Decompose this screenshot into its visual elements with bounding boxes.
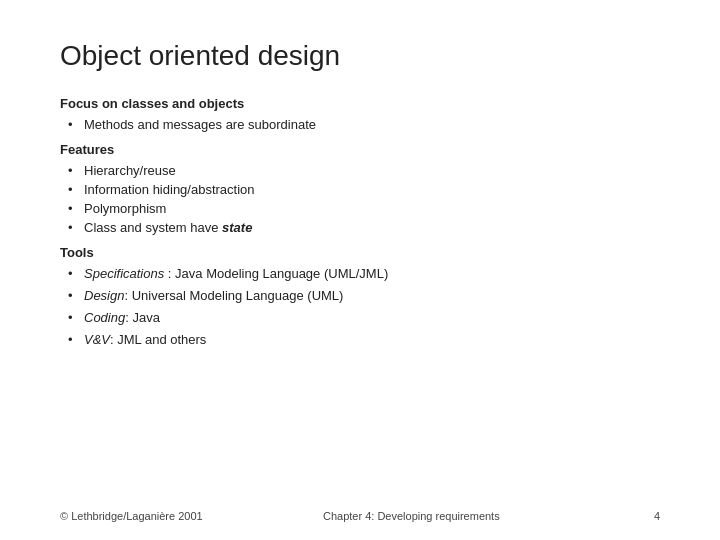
features-bullet-list: Hierarchy/reuse Information hiding/abstr… — [60, 161, 660, 237]
list-item: Polymorphism — [60, 199, 660, 218]
footer-left: © Lethbridge/Laganière 2001 — [60, 510, 203, 522]
section-tools: Tools Specifications : Java Modeling Lan… — [60, 245, 660, 349]
footer-center: Chapter 4: Developing requirements — [203, 510, 620, 522]
list-item: Design: Universal Modeling Language (UML… — [60, 286, 660, 305]
coding-text: Coding — [84, 310, 125, 325]
section-label-features: Features — [60, 142, 660, 157]
slide: Object oriented design Focus on classes … — [0, 0, 720, 540]
section-label-tools: Tools — [60, 245, 660, 260]
list-item: Hierarchy/reuse — [60, 161, 660, 180]
tools-bullet-list: Specifications : Java Modeling Language … — [60, 264, 660, 349]
state-text: state — [222, 220, 252, 235]
list-item: Class and system have state — [60, 218, 660, 237]
slide-title: Object oriented design — [60, 40, 660, 72]
section-focus: Focus on classes and objects Methods and… — [60, 96, 660, 134]
footer-right: 4 — [620, 510, 660, 522]
section-features: Features Hierarchy/reuse Information hid… — [60, 142, 660, 237]
vv-text: V&V — [84, 332, 110, 347]
section-label-focus: Focus on classes and objects — [60, 96, 660, 111]
list-item: Information hiding/abstraction — [60, 180, 660, 199]
list-item: V&V: JML and others — [60, 330, 660, 349]
list-item: Coding: Java — [60, 308, 660, 327]
focus-bullet-list: Methods and messages are subordinate — [60, 115, 660, 134]
design-text: Design — [84, 288, 124, 303]
specifications-text: Specifications — [84, 266, 164, 281]
list-item: Methods and messages are subordinate — [60, 115, 660, 134]
list-item: Specifications : Java Modeling Language … — [60, 264, 660, 283]
footer: © Lethbridge/Laganière 2001 Chapter 4: D… — [60, 510, 660, 522]
